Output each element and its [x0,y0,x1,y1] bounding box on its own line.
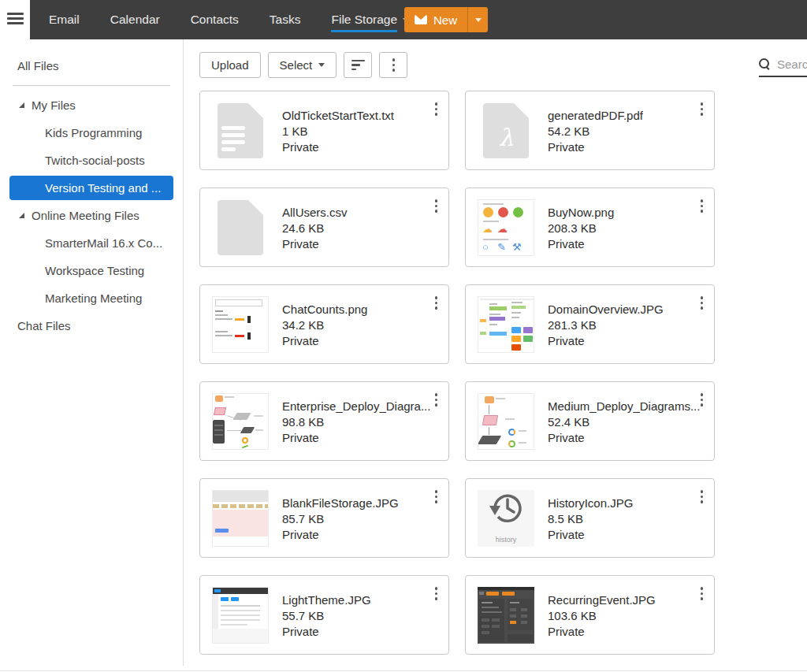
file-menu-button[interactable] [433,488,441,506]
file-menu-button[interactable] [698,391,706,409]
upload-button[interactable]: Upload [199,52,261,78]
new-button-group: New [404,7,488,32]
file-menu-button[interactable] [698,294,706,312]
sidebar-item-version-testing-selected[interactable]: Version Testing and ... [0,174,183,202]
file-size: 8.5 KB [548,511,633,527]
file-size: 1 KB [282,124,394,139]
file-thumbnail [478,587,534,644]
search-box [759,52,807,77]
file-name: AllUsers.csv [282,205,348,221]
file-name: DomainOverview.JPG [548,302,664,317]
kebab-menu-icon [435,393,438,407]
file-card-blankfilestorage[interactable]: BlankFileStorage.JPG 85.7 KB Private [199,478,449,558]
file-menu-button[interactable] [433,197,441,215]
file-menu-button[interactable] [433,585,441,603]
sidebar-item-smartermail-16x[interactable]: SmarterMail 16.x Co... [0,229,183,257]
file-card-allusers[interactable]: AllUsers.csv 24.6 KB Private [199,187,449,267]
sidebar-item-kids-programming[interactable]: Kids Programming [0,119,183,147]
file-privacy: Private [548,430,700,446]
file-size: 54.2 KB [548,124,643,139]
file-card-chatcounts[interactable]: ChatCounts.png 34.2 KB Private [199,284,449,364]
file-menu-button[interactable] [698,488,706,506]
file-card-medium-deploy[interactable]: Medium_Deploy_Diagrams... 52.4 KB Privat… [465,381,715,461]
hamburger-menu-icon[interactable] [7,13,24,25]
file-menu-button[interactable] [698,100,706,118]
kebab-menu-icon [701,393,704,407]
kebab-menu-icon [435,587,438,600]
file-card-generatedpdf[interactable]: λ generatedPDF.pdf 54.2 KB Private [465,91,715,170]
file-privacy: Private [548,624,656,640]
search-input[interactable] [777,58,807,71]
sidebar-item-marketing-meeting[interactable]: Marketing Meeting [0,284,183,312]
tree-expand-icon[interactable] [19,102,24,108]
kebab-menu-icon [701,199,704,213]
file-grid: OldTicketStartText.txt 1 KB Private λ ge… [199,91,715,655]
file-card-recurringevent[interactable]: RecurringEvent.JPG 103.6 KB Private [465,575,715,655]
file-name: ChatCounts.png [282,302,367,317]
file-menu-button[interactable] [433,294,441,312]
generic-document-icon [212,199,269,256]
pdf-document-icon: λ [478,102,534,159]
search-icon [759,58,770,69]
sidebar-item-all-files[interactable]: All Files [17,59,183,72]
kebab-menu-icon [435,199,438,213]
file-privacy: Private [548,333,664,349]
file-privacy: Private [282,139,394,155]
file-name: LightTheme.JPG [282,592,371,608]
file-thumbnail [212,490,269,547]
file-name: Enterprise_Deploy_Diagra... [282,399,430,414]
nav-item-tasks[interactable]: Tasks [270,0,301,39]
file-card-domainoverview[interactable]: DomainOverview.JPG 281.3 KB Private [465,284,715,364]
sidebar-main-divider [183,39,184,666]
history-clock-icon: history [478,490,534,547]
file-name: RecurringEvent.JPG [548,592,656,608]
top-navigation-bar: Email Calendar Contacts Tasks File Stora… [30,0,807,39]
envelope-icon [415,15,427,24]
sort-button[interactable] [344,52,372,78]
sidebar-item-twitch-social-posts[interactable]: Twitch-social-posts [0,147,183,174]
file-menu-button[interactable] [698,585,706,603]
file-privacy: Private [548,139,643,155]
file-card-lighttheme[interactable]: LightTheme.JPG 55.7 KB Private [199,575,449,655]
file-card-oldticketstarttext[interactable]: OldTicketStartText.txt 1 KB Private [199,91,449,170]
nav-item-calendar[interactable]: Calendar [110,0,160,39]
file-privacy: Private [282,527,399,543]
bottom-hairline [0,670,807,671]
nav-item-file-storage[interactable]: File Storage [331,0,409,39]
sidebar-item-workspace-testing[interactable]: Workspace Testing [0,257,183,284]
file-name: Medium_Deploy_Diagrams... [548,399,700,414]
nav-item-email[interactable]: Email [49,0,80,39]
file-size: 98.8 KB [282,414,430,430]
file-privacy: Private [282,430,430,446]
file-card-enterprise-deploy[interactable]: Enterprise_Deploy_Diagra... 98.8 KB Priv… [199,381,449,461]
file-thumbnail [478,296,534,353]
new-dropdown-button[interactable] [468,7,488,32]
sidebar-item-my-files[interactable]: My Files [0,91,183,119]
sidebar-divider [13,85,170,86]
kebab-menu-icon [701,587,704,600]
file-menu-button[interactable] [433,100,441,118]
new-button[interactable]: New [404,7,467,32]
text-document-icon [212,102,269,159]
sort-lines-icon [351,60,365,71]
tree-expand-icon[interactable] [19,213,24,218]
kebab-menu-icon [701,490,704,503]
sidebar-item-chat-files[interactable]: Chat Files [0,312,183,340]
select-button[interactable]: Select [268,52,337,78]
nav-item-contacts[interactable]: Contacts [191,0,239,39]
kebab-menu-icon [435,296,438,310]
file-menu-button[interactable] [698,197,706,215]
kebab-menu-icon [392,58,396,72]
folder-tree: My Files Kids Programming Twitch-social-… [0,91,183,340]
file-menu-button[interactable] [433,391,441,409]
kebab-menu-icon [435,490,438,503]
file-card-buynow[interactable]: ☁ ☁ ○ ✎ ⚒ BuyNow.png 208.3 KB Private [465,187,715,267]
more-actions-button[interactable] [379,52,407,78]
file-card-historyicon[interactable]: history HistoryIcon.JPG 8.5 KB Private [465,478,715,558]
file-privacy: Private [282,333,367,349]
file-thumbnail [212,587,269,644]
file-privacy: Private [548,236,614,252]
file-privacy: Private [282,624,371,640]
sidebar-item-online-meeting-files[interactable]: Online Meeting Files [0,202,183,229]
kebab-menu-icon [701,296,704,310]
